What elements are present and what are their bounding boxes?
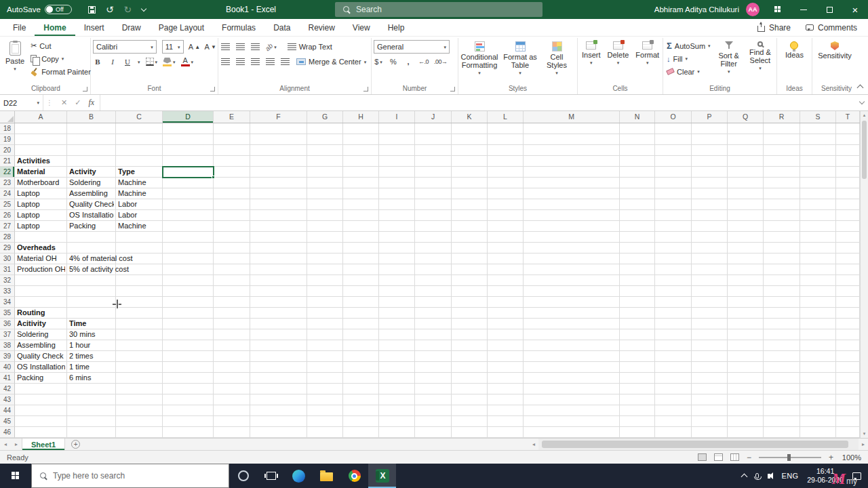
cell-I37[interactable]: [379, 329, 415, 340]
column-header-G[interactable]: G: [307, 111, 343, 123]
cell-R28[interactable]: [764, 232, 800, 243]
cell-Q25[interactable]: [728, 199, 764, 210]
cell-P29[interactable]: [692, 243, 728, 253]
cell-C23[interactable]: Machine: [116, 178, 163, 188]
customize-qat-button[interactable]: [142, 9, 146, 11]
cell-Q37[interactable]: [728, 329, 764, 340]
cell-P37[interactable]: [692, 329, 728, 340]
cell-I27[interactable]: [379, 221, 415, 232]
cell-H22[interactable]: [343, 167, 379, 178]
cell-Q45[interactable]: [728, 416, 764, 427]
cell-K20[interactable]: [452, 145, 488, 156]
cell-C40[interactable]: [116, 362, 163, 373]
row-header-31[interactable]: 31: [0, 264, 15, 275]
format-painter-button[interactable]: Format Painter: [29, 65, 92, 78]
cell-L39[interactable]: [488, 351, 524, 362]
cell-F39[interactable]: [250, 351, 307, 362]
cell-I39[interactable]: [379, 351, 415, 362]
cell-J46[interactable]: [415, 427, 452, 438]
cell-L29[interactable]: [488, 243, 524, 253]
cell-A24[interactable]: Laptop: [15, 188, 67, 199]
cell-B21[interactable]: [67, 156, 116, 167]
cell-K44[interactable]: [452, 405, 488, 416]
cell-D38[interactable]: [163, 340, 214, 351]
row-header-43[interactable]: 43: [0, 394, 15, 405]
cell-C42[interactable]: [116, 384, 163, 394]
tab-review[interactable]: Review: [299, 19, 343, 36]
cell-D42[interactable]: [163, 384, 214, 394]
cell-Q36[interactable]: [728, 319, 764, 329]
cell-C27[interactable]: Machine: [116, 221, 163, 232]
cell-I33[interactable]: [379, 286, 415, 297]
row-header-24[interactable]: 24: [0, 188, 15, 199]
insert-cells-button[interactable]: Insert ▾: [580, 39, 603, 67]
cell-J24[interactable]: [415, 188, 452, 199]
column-header-A[interactable]: A: [15, 111, 67, 123]
scroll-down-icon[interactable]: ▾: [861, 431, 868, 436]
cell-L21[interactable]: [488, 156, 524, 167]
cell-G37[interactable]: [307, 329, 343, 340]
cell-J39[interactable]: [415, 351, 452, 362]
cell-C26[interactable]: Labor: [116, 210, 163, 221]
cell-M39[interactable]: [524, 351, 620, 362]
cell-G27[interactable]: [307, 221, 343, 232]
cell-A45[interactable]: [15, 416, 67, 427]
cell-P31[interactable]: [692, 264, 728, 275]
cell-A43[interactable]: [15, 394, 67, 405]
cell-Q42[interactable]: [728, 384, 764, 394]
cell-M34[interactable]: [524, 297, 620, 308]
cell-M28[interactable]: [524, 232, 620, 243]
cell-M32[interactable]: [524, 275, 620, 286]
cell-D36[interactable]: [163, 319, 214, 329]
cell-E31[interactable]: [214, 264, 250, 275]
cell-B20[interactable]: [67, 145, 116, 156]
tab-page-layout[interactable]: Page Layout: [150, 19, 213, 36]
cell-F20[interactable]: [250, 145, 307, 156]
cell-A25[interactable]: Laptop: [15, 199, 67, 210]
cell-Q44[interactable]: [728, 405, 764, 416]
cell-J41[interactable]: [415, 373, 452, 384]
cell-M30[interactable]: [524, 253, 620, 264]
cell-K31[interactable]: [452, 264, 488, 275]
cell-Q34[interactable]: [728, 297, 764, 308]
cell-H35[interactable]: [343, 308, 379, 319]
cell-M26[interactable]: [524, 210, 620, 221]
zoom-slider[interactable]: [759, 457, 821, 458]
zoom-out-button[interactable]: −: [747, 453, 751, 462]
cell-C21[interactable]: [116, 156, 163, 167]
cell-O25[interactable]: [655, 199, 692, 210]
cell-H25[interactable]: [343, 199, 379, 210]
cell-O36[interactable]: [655, 319, 692, 329]
name-box[interactable]: ▾: [0, 95, 43, 110]
cell-F18[interactable]: [250, 123, 307, 134]
cell-R23[interactable]: [764, 178, 800, 188]
align-top-button[interactable]: [220, 43, 230, 51]
row-header-44[interactable]: 44: [0, 405, 15, 416]
cell-E46[interactable]: [214, 427, 250, 438]
row-header-22[interactable]: 22: [0, 167, 15, 178]
cell-L38[interactable]: [488, 340, 524, 351]
cell-N24[interactable]: [620, 188, 655, 199]
column-header-M[interactable]: M: [524, 111, 620, 123]
cell-T36[interactable]: [836, 319, 860, 329]
column-header-L[interactable]: L: [488, 111, 524, 123]
cell-P27[interactable]: [692, 221, 728, 232]
cell-N27[interactable]: [620, 221, 655, 232]
cell-N18[interactable]: [620, 123, 655, 134]
cell-H23[interactable]: [343, 178, 379, 188]
cell-T18[interactable]: [836, 123, 860, 134]
cell-O37[interactable]: [655, 329, 692, 340]
cell-E34[interactable]: [214, 297, 250, 308]
cell-C19[interactable]: [116, 134, 163, 145]
cell-F37[interactable]: [250, 329, 307, 340]
cell-F45[interactable]: [250, 416, 307, 427]
cell-T31[interactable]: [836, 264, 860, 275]
cell-I21[interactable]: [379, 156, 415, 167]
search-box[interactable]: [335, 2, 542, 17]
cell-T27[interactable]: [836, 221, 860, 232]
cell-C44[interactable]: [116, 405, 163, 416]
cell-G19[interactable]: [307, 134, 343, 145]
cell-I19[interactable]: [379, 134, 415, 145]
sheet-tab-sheet1[interactable]: Sheet1: [22, 439, 65, 450]
cell-I32[interactable]: [379, 275, 415, 286]
